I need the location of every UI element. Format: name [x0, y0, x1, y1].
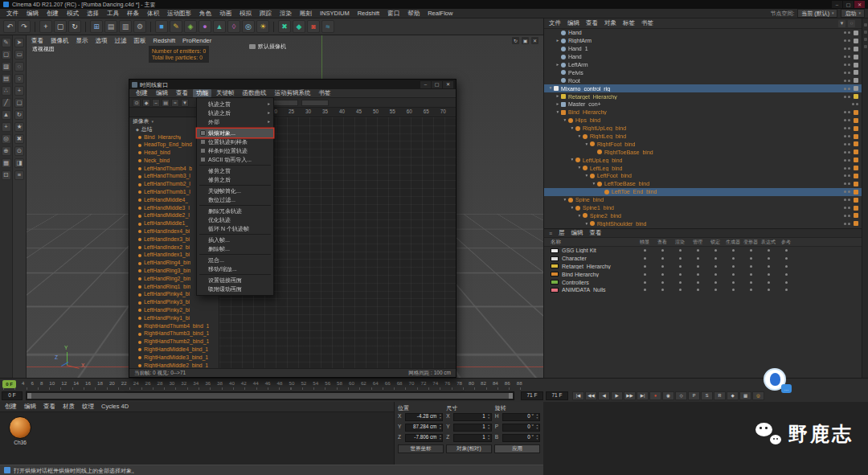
play-button[interactable]: ▶	[611, 391, 623, 400]
layer-row[interactable]: GSG Light Kit	[544, 247, 868, 255]
object-row[interactable]: ▸RightArm	[544, 37, 868, 45]
tag-icon[interactable]	[854, 206, 858, 211]
render-visibility-dot[interactable]	[848, 31, 850, 34]
value-input[interactable]: -7.806 cm▴▾	[405, 434, 443, 442]
render-visibility-dot[interactable]	[848, 88, 850, 90]
expander-icon[interactable]: ▾	[569, 158, 575, 162]
object-row[interactable]: ▾LeftFoot_bind	[544, 172, 868, 180]
timeline-close-button[interactable]: ✕	[443, 81, 453, 88]
object-manager-menu-2[interactable]: 查看	[586, 20, 598, 27]
tag-icon[interactable]	[854, 118, 858, 123]
editor-visibility-dot[interactable]	[844, 167, 846, 170]
spin-down-icon[interactable]: ▾	[537, 428, 538, 431]
render-visibility-dot[interactable]	[848, 174, 850, 177]
viewport-menu-5[interactable]: 面板	[134, 38, 146, 44]
menubar-item-3[interactable]: 模式	[63, 10, 82, 18]
timeline-menu-3[interactable]: 功能	[193, 89, 211, 97]
object-row[interactable]: ▾Spine1_bind	[544, 204, 868, 212]
menu-item-blend[interactable]: 混合...	[197, 256, 273, 264]
scale-tool-icon[interactable]: ▢	[54, 20, 67, 33]
render-visibility-dot[interactable]	[848, 207, 850, 209]
layer-toggle-dot[interactable]	[653, 257, 671, 260]
render-visibility-dot[interactable]	[848, 199, 850, 201]
menubar-item-6[interactable]: 样条	[124, 10, 142, 18]
tag-icon[interactable]	[854, 47, 858, 51]
close-button[interactable]: ✕	[854, 1, 865, 8]
expander-icon[interactable]: ▾	[569, 206, 575, 211]
spin-down-icon[interactable]: ▾	[537, 417, 538, 420]
deformer-icon[interactable]: ◊	[227, 20, 240, 33]
tag-icon[interactable]	[854, 126, 858, 131]
editor-visibility-dot[interactable]	[844, 96, 846, 98]
layer-toggle-dot[interactable]	[724, 265, 742, 268]
object-row[interactable]: Hand	[544, 53, 868, 61]
layer-toggle-dot[interactable]	[689, 265, 706, 268]
fcurve-mode-icon[interactable]: ~	[152, 99, 160, 107]
editor-visibility-dot[interactable]	[844, 143, 846, 145]
editor-visibility-dot[interactable]	[844, 199, 846, 201]
range-end-field-1[interactable]: 71 F	[521, 391, 543, 400]
menubar-item-18[interactable]: 帮助	[404, 10, 423, 18]
dopesheet-mode-icon[interactable]: ▤	[162, 99, 170, 107]
object-row[interactable]: ▾Hips_bind	[544, 117, 868, 125]
value-input[interactable]: 0 °▴▾	[502, 434, 540, 442]
editor-visibility-dot[interactable]	[844, 207, 846, 209]
previous-frame-button[interactable]: ◀	[598, 391, 610, 400]
spinner-icon[interactable]: ▴▾	[487, 424, 491, 430]
tag-icon[interactable]	[854, 149, 858, 154]
timeline-track-row[interactable]: LeftHandPinky1_bi	[129, 314, 219, 322]
layer-toggle-dot[interactable]	[777, 273, 795, 276]
snap-icon[interactable]: ⊙	[133, 99, 141, 107]
render-visibility-dot[interactable]	[848, 151, 850, 154]
record-rotation-toggle[interactable]: R	[714, 391, 726, 400]
texture-mode-icon[interactable]: ▨	[2, 62, 11, 72]
menubar-item-1[interactable]: 编辑	[23, 10, 42, 18]
redshift-icon[interactable]: ◙	[307, 20, 320, 33]
apply-button[interactable]: 应用	[494, 444, 540, 453]
tag-icon[interactable]	[854, 182, 858, 186]
object-row[interactable]: ▾Spine2_bind	[544, 211, 868, 219]
menu-item-optimize-tracks[interactable]: 优化轨迹	[197, 215, 273, 224]
layer-toggle-dot[interactable]	[636, 257, 653, 260]
object-row[interactable]: RightToeBase_bind	[544, 148, 868, 156]
object-row[interactable]: ▸Retarget_Hierarchy	[544, 92, 868, 100]
value-input[interactable]: 1▴▾	[453, 424, 491, 432]
layer-toggle-dot[interactable]	[777, 265, 795, 268]
layer-toggle-dot[interactable]	[636, 289, 653, 291]
material-thumbnail[interactable]	[9, 416, 31, 439]
menu-item-outside[interactable]: 外部▸	[197, 117, 273, 126]
expander-icon[interactable]: ▸	[555, 94, 561, 99]
mirror-icon[interactable]: ◨	[14, 158, 24, 168]
go-to-end-button[interactable]: ▶|	[637, 391, 649, 400]
polygons-mode-icon[interactable]: ▲	[2, 110, 11, 120]
spin-down-icon[interactable]: ▾	[488, 417, 489, 420]
editor-visibility-dot[interactable]	[844, 119, 846, 121]
layer-toggle-dot[interactable]	[760, 281, 777, 284]
tag-icon[interactable]	[854, 213, 858, 218]
timeline-titlebar[interactable]: 时间线窗口 – ▢ ✕	[129, 80, 456, 89]
layer-color-chip[interactable]	[551, 248, 559, 253]
object-row[interactable]: ▾Bind_Hierarchy	[544, 109, 868, 117]
layer-toggle-dot[interactable]	[760, 289, 777, 291]
tag-icon[interactable]	[854, 110, 858, 115]
coordinate-mode-dropdown[interactable]: 对象(相对)	[446, 444, 492, 453]
viewport-menu-7[interactable]: ProRender	[182, 38, 211, 44]
expander-icon[interactable]: ▾	[583, 222, 590, 227]
menubar-item-2[interactable]: 创建	[43, 10, 62, 18]
solo-animation-button[interactable]: ◎	[752, 391, 764, 400]
layer-color-chip[interactable]	[551, 280, 559, 285]
tag-icon[interactable]	[854, 166, 858, 170]
menu-item-track-after[interactable]: 轨迹之后▸	[197, 109, 273, 117]
render-visibility-dot[interactable]	[848, 143, 850, 145]
range-start-handle[interactable]	[27, 393, 31, 399]
coordinate-system-icon[interactable]: ⊞	[90, 20, 103, 33]
menubar-item-12[interactable]: 跟踪	[256, 10, 275, 18]
rotate-tool-icon[interactable]: ↻	[68, 20, 81, 33]
render-visibility-dot[interactable]	[848, 63, 850, 66]
view-maximize-icon[interactable]: ▣	[522, 37, 529, 44]
camera-indicator[interactable]: 默认摄像机	[249, 43, 286, 49]
object-row[interactable]: ▸LeftArm	[544, 61, 868, 69]
layer-color-chip[interactable]	[551, 272, 559, 276]
range-end-field-2[interactable]: 71 F	[546, 391, 568, 400]
tag-icon[interactable]	[854, 55, 858, 59]
